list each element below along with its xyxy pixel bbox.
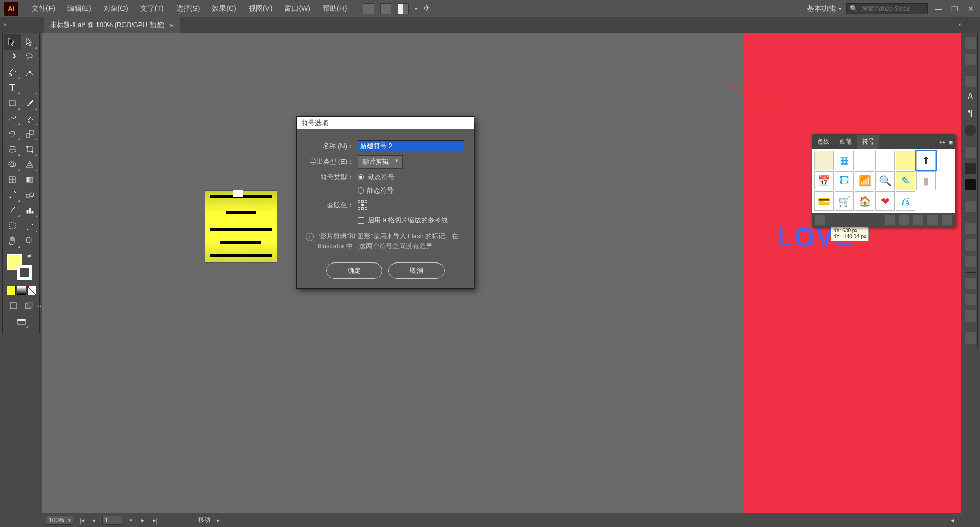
width-tool[interactable]: [4, 141, 21, 157]
type-tool[interactable]: [4, 80, 21, 95]
scale-tool[interactable]: [21, 126, 38, 141]
artboard-tool[interactable]: [4, 218, 21, 233]
symbol-thumb[interactable]: 🔍: [875, 171, 895, 190]
symbol-thumb[interactable]: [814, 151, 834, 170]
color-mode-none[interactable]: [27, 286, 36, 295]
menu-type[interactable]: 文字(T): [134, 1, 170, 16]
type-panel-icon[interactable]: A: [965, 92, 976, 103]
radio-dynamic[interactable]: [358, 174, 364, 180]
hand-tool[interactable]: [4, 233, 21, 249]
radio-static-label[interactable]: 静态符号: [367, 186, 394, 195]
first-artboard-button[interactable]: |◂: [78, 517, 86, 524]
zoom-field[interactable]: 100% ▾: [46, 516, 74, 525]
mesh-tool[interactable]: [4, 172, 21, 187]
menu-window[interactable]: 窗口(W): [278, 1, 316, 16]
maximize-button[interactable]: ❐: [949, 5, 960, 13]
symbol-thumb[interactable]: [896, 151, 915, 170]
delete-symbol-button[interactable]: [942, 215, 952, 225]
pathfinder-panel-icon[interactable]: [965, 310, 976, 322]
symbols-panel[interactable]: 色板 画笔 符号 ▸▸ ≡ ▦ ⬆ 📅 🎞 📶 🔍 ✎ ▮ 💳 🛒 🏠 ❤ 🖨: [812, 134, 955, 227]
appearance-panel-icon[interactable]: [965, 125, 976, 136]
stroke-color[interactable]: [17, 265, 32, 280]
drawing-mode-behind[interactable]: [22, 299, 35, 313]
zoom-tool[interactable]: [21, 233, 38, 249]
symbol-libraries-button[interactable]: [815, 215, 825, 225]
layers-panel-icon[interactable]: [965, 223, 976, 234]
last-artboard-button[interactable]: ▸|: [151, 517, 159, 524]
properties-panel-icon[interactable]: [965, 37, 976, 49]
scroll-left-icon[interactable]: ◂: [948, 517, 957, 524]
free-transform-tool[interactable]: [21, 141, 38, 157]
symbol-name-input[interactable]: [358, 140, 464, 151]
stroke-panel-icon[interactable]: [965, 201, 976, 212]
drawing-mode-normal[interactable]: [7, 299, 20, 313]
menu-effect[interactable]: 效果(C): [206, 1, 242, 16]
symbol-thumb[interactable]: 🏠: [855, 191, 874, 211]
registration-grid[interactable]: [358, 200, 368, 210]
status-menu-icon[interactable]: ▸: [214, 517, 223, 524]
direct-selection-tool[interactable]: [21, 34, 38, 50]
panel-collapse-icon[interactable]: ▸▸: [940, 139, 946, 147]
stock-search-input[interactable]: [861, 5, 924, 12]
shape-builder-tool[interactable]: [4, 157, 21, 172]
swatches-panel-icon[interactable]: [965, 147, 976, 158]
menu-view[interactable]: 视图(V): [242, 1, 279, 16]
asset-export-panel-icon[interactable]: [965, 256, 976, 267]
radio-dynamic-label[interactable]: 动态符号: [368, 173, 395, 182]
transform-panel-icon[interactable]: [965, 278, 976, 289]
menu-object[interactable]: 对象(O): [97, 1, 134, 16]
color-mode-gradient[interactable]: [17, 286, 26, 295]
align-panel-icon[interactable]: [965, 294, 976, 305]
menu-help[interactable]: 帮助(H): [316, 1, 353, 16]
color-panel-icon[interactable]: [965, 76, 976, 87]
ok-button[interactable]: 确定: [326, 262, 382, 279]
left-panel-expand-icon[interactable]: «: [3, 21, 6, 28]
document-tab[interactable]: 未标题-1.ai* @ 100% (RGB/GPU 预览) ×: [44, 17, 180, 33]
symbol-thumb[interactable]: [855, 151, 874, 170]
symbol-thumb[interactable]: 🖨: [896, 191, 915, 211]
place-symbol-button[interactable]: [885, 215, 895, 225]
close-tab-icon[interactable]: ×: [170, 21, 174, 29]
workspace-switcher[interactable]: 基本功能 ▾: [802, 2, 846, 15]
radio-static[interactable]: [358, 187, 364, 194]
paintbrush-tool[interactable]: [21, 95, 38, 111]
column-graph-tool[interactable]: [21, 203, 38, 218]
stock-icon[interactable]: [380, 3, 391, 14]
yellow-symbol-art[interactable]: [205, 191, 277, 262]
swap-fill-stroke-icon[interactable]: ⇄: [27, 253, 31, 259]
artboard-number-field[interactable]: 1: [102, 516, 122, 525]
panel-menu-icon[interactable]: ≡: [949, 139, 953, 147]
gpu-preview-icon[interactable]: ✈: [424, 3, 435, 14]
rotate-tool[interactable]: [4, 126, 21, 141]
stock-search-box[interactable]: 🔍: [846, 3, 928, 14]
blend-tool[interactable]: [21, 187, 38, 203]
close-button[interactable]: ✕: [966, 5, 976, 13]
line-segment-tool[interactable]: [21, 80, 38, 95]
symbol-thumb[interactable]: ❤: [875, 191, 895, 211]
symbol-thumb[interactable]: ▦: [835, 151, 854, 170]
paragraph-panel-icon[interactable]: ¶: [965, 108, 976, 119]
symbol-thumb[interactable]: 🛒: [835, 191, 854, 211]
curvature-tool[interactable]: [21, 65, 38, 80]
lasso-tool[interactable]: [21, 50, 38, 65]
symbol-thumb[interactable]: ▮: [916, 171, 936, 190]
symbol-thumb[interactable]: ✎: [896, 171, 915, 190]
export-type-select[interactable]: 影片剪辑: [358, 155, 403, 169]
next-artboard-button[interactable]: ▸: [139, 517, 147, 524]
gradient-tool[interactable]: [21, 172, 38, 187]
shaper-tool[interactable]: [4, 111, 21, 126]
selection-tool[interactable]: [4, 34, 21, 50]
new-symbol-button[interactable]: [927, 215, 938, 225]
menu-edit[interactable]: 编辑(E): [61, 1, 97, 16]
menu-select[interactable]: 选择(S): [170, 1, 206, 16]
libraries-panel-icon[interactable]: [965, 54, 976, 65]
symbol-sprayer-tool[interactable]: [4, 203, 21, 218]
rectangle-tool[interactable]: [4, 95, 21, 111]
fill-stroke-swatch[interactable]: ⇄: [7, 254, 29, 277]
prev-artboard-button[interactable]: ◂: [90, 517, 98, 524]
canvas[interactable]: LOVE dX: 630 px dY: -140.04 px: [42, 33, 961, 513]
break-link-button[interactable]: [899, 215, 909, 225]
symbol-thumb[interactable]: 🎞: [835, 171, 854, 190]
symbols-panel-icon[interactable]: [965, 179, 976, 190]
tab-brushes[interactable]: 画笔: [835, 135, 857, 149]
